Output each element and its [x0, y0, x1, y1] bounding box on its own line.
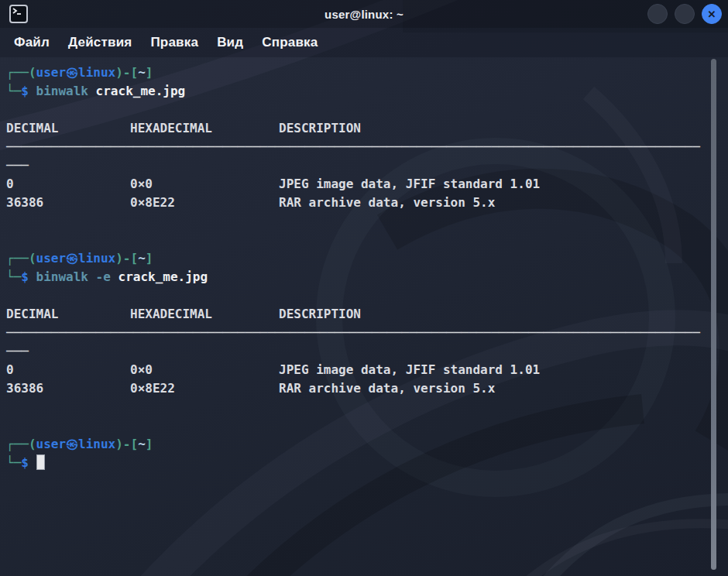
cell-hex: 0×0 — [130, 175, 279, 194]
table-header-desc: DESCRIPTION — [279, 121, 361, 135]
title-bar[interactable]: user@linux: ~ ✕ — [0, 0, 728, 28]
command-arg: crack_me.jpg — [111, 269, 208, 284]
window-controls: ✕ — [647, 4, 722, 24]
prompt-prefix: └─ — [6, 84, 21, 98]
table-row: 00×0JPEG image data, JFIF standard 1.01 — [6, 361, 709, 379]
prompt-open: ┌──( — [6, 65, 36, 80]
prompt-open: ┌──( — [6, 437, 36, 451]
prompt-prefix: └─ — [6, 455, 21, 470]
command-flag: -e — [88, 269, 111, 284]
prompt-path: ~ — [138, 437, 146, 451]
menu-actions[interactable]: Действия — [59, 32, 141, 53]
terminal-window: user@linux: ~ ✕ Файл Действия Правка Вид… — [0, 0, 728, 576]
table-separator-wrap: ─── — [6, 156, 709, 175]
menu-edit[interactable]: Правка — [141, 32, 208, 53]
prompt-close: ] — [146, 65, 153, 80]
menu-file[interactable]: Файл — [5, 32, 59, 53]
command-line-2: └─$ binwalk -e crack_me.jpg — [6, 268, 709, 286]
scrollbar[interactable] — [711, 59, 716, 570]
cell-desc: JPEG image data, JFIF standard 1.01 — [279, 362, 540, 377]
cell-decimal: 0 — [6, 175, 130, 194]
command-name: binwalk — [29, 269, 88, 284]
blank-line — [6, 231, 709, 249]
prompt-user-host: user㉿linux — [36, 251, 116, 266]
prompt-line-2: ┌──(user㉿linux)-[~] — [6, 249, 709, 268]
table-separator: ────────────────────────────────────────… — [6, 324, 709, 342]
prompt-user-host: user㉿linux — [36, 65, 116, 80]
close-button[interactable]: ✕ — [702, 4, 722, 24]
blank-line — [6, 212, 709, 231]
cell-desc: JPEG image data, JFIF standard 1.01 — [279, 177, 540, 191]
prompt-open: ┌──( — [6, 251, 36, 266]
cell-desc: RAR archive data, version 5.x — [279, 195, 495, 210]
prompt-line-1: ┌──(user㉿linux)-[~] — [6, 63, 709, 82]
close-icon: ✕ — [708, 9, 716, 19]
prompt-path: ~ — [138, 251, 146, 266]
command-line-1: └─$ binwalk crack_me.jpg — [6, 82, 709, 101]
table-separator-wrap: ─── — [6, 342, 709, 361]
table-header-decimal: DECIMAL — [6, 305, 130, 324]
cell-hex: 0×8E22 — [130, 379, 279, 398]
prompt-close: ] — [146, 437, 153, 451]
blank-line — [6, 417, 709, 435]
table-header-hex: HEXADECIMAL — [130, 119, 279, 138]
cell-decimal: 36386 — [6, 194, 130, 212]
prompt-user-host: user㉿linux — [36, 437, 116, 451]
terminal-cursor — [36, 454, 45, 470]
prompt-line-3: ┌──(user㉿linux)-[~] — [6, 435, 709, 454]
maximize-button[interactable] — [675, 4, 695, 24]
cell-decimal: 36386 — [6, 379, 130, 398]
menu-help[interactable]: Справка — [252, 32, 327, 53]
prompt-prefix: └─ — [6, 269, 21, 284]
prompt-dollar: $ — [21, 455, 29, 470]
cell-decimal: 0 — [6, 361, 130, 379]
table-row: 363860×8E22RAR archive data, version 5.x — [6, 379, 709, 398]
cell-desc: RAR archive data, version 5.x — [279, 381, 495, 396]
prompt-close: ] — [146, 251, 153, 266]
prompt-mid: )-[ — [115, 251, 138, 266]
table-header-row: DECIMALHEXADECIMALDESCRIPTION — [6, 305, 709, 324]
blank-line — [6, 286, 709, 305]
table-header-hex: HEXADECIMAL — [130, 305, 279, 324]
prompt-mid: )-[ — [115, 65, 138, 80]
table-header-row: DECIMALHEXADECIMALDESCRIPTION — [6, 119, 709, 138]
terminal-screen[interactable]: ┌──(user㉿linux)-[~] └─$ binwalk crack_me… — [0, 57, 728, 576]
blank-line — [6, 398, 709, 417]
command-line-current[interactable]: └─$ — [6, 454, 709, 472]
blank-line — [6, 101, 709, 119]
prompt-dollar: $ — [21, 269, 29, 284]
command-name: binwalk — [29, 84, 88, 98]
prompt-dollar: $ — [21, 84, 29, 98]
cell-hex: 0×8E22 — [130, 194, 279, 212]
prompt-mid: )-[ — [115, 437, 138, 451]
prompt-path: ~ — [138, 65, 146, 80]
menu-bar: Файл Действия Правка Вид Справка — [0, 28, 728, 57]
cell-hex: 0×0 — [130, 361, 279, 379]
command-arg: crack_me.jpg — [88, 84, 185, 98]
table-row: 363860×8E22RAR archive data, version 5.x — [6, 194, 709, 212]
table-separator: ────────────────────────────────────────… — [6, 138, 709, 156]
table-header-desc: DESCRIPTION — [279, 307, 361, 321]
window-title: user@linux: ~ — [0, 0, 728, 28]
table-header-decimal: DECIMAL — [6, 119, 130, 138]
table-row: 00×0JPEG image data, JFIF standard 1.01 — [6, 175, 709, 194]
menu-view[interactable]: Вид — [208, 32, 252, 53]
minimize-button[interactable] — [647, 4, 668, 24]
